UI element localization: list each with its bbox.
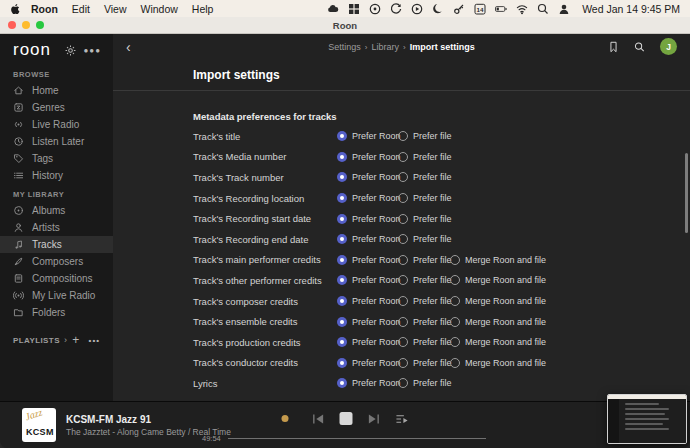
sidebar-item-history[interactable]: History: [0, 167, 113, 184]
battery-icon[interactable]: [495, 3, 507, 15]
now-playing-art[interactable]: Jazz KCSM: [22, 408, 56, 442]
radio-option-prefer-file[interactable]: Prefer file: [398, 378, 450, 388]
sidebar-item-genres[interactable]: Genres: [0, 99, 113, 116]
sidebar-item-compositions[interactable]: Compositions: [0, 270, 113, 287]
radio-option-prefer-roon[interactable]: Prefer Roon: [337, 317, 398, 327]
radio-option-prefer-roon[interactable]: Prefer Roon: [337, 152, 398, 162]
radio-option-prefer-roon[interactable]: Prefer Roon: [337, 275, 398, 285]
radio-option-prefer-file[interactable]: Prefer file: [398, 296, 450, 306]
sidebar-item-albums[interactable]: Albums: [0, 202, 113, 219]
sidebar-item-artists[interactable]: Artists: [0, 219, 113, 236]
sidebar-item-home[interactable]: Home: [0, 82, 113, 99]
radio-option-prefer-file[interactable]: Prefer file: [398, 234, 450, 244]
search-icon[interactable]: [634, 41, 645, 53]
previous-track-button[interactable]: [312, 413, 325, 425]
radio-option-prefer-roon[interactable]: Prefer Roon: [337, 234, 398, 244]
menu-item-help[interactable]: Help: [192, 3, 214, 15]
back-button[interactable]: ‹: [126, 40, 131, 54]
radio-option-prefer-file[interactable]: Prefer file: [398, 317, 450, 327]
sidebar-item-listen-later[interactable]: Listen Later: [0, 133, 113, 150]
mini-sidebar: [608, 399, 619, 443]
cloud-icon[interactable]: [327, 3, 339, 15]
playlists-more-icon[interactable]: •••: [89, 336, 100, 345]
scrollbar-thumb[interactable]: [685, 153, 688, 233]
sidebar-item-live-radio[interactable]: Live Radio: [0, 116, 113, 133]
sidebar-item-label: Live Radio: [32, 119, 79, 130]
radio-option-merge-roon-and-file[interactable]: Merge Roon and file: [450, 255, 546, 265]
radio-selected-icon: [337, 296, 347, 306]
screenshot-preview-thumbnail[interactable]: [607, 394, 687, 444]
radio-option-label: Prefer Roon: [352, 378, 401, 388]
radio-option-label: Prefer file: [413, 358, 452, 368]
menu-item-view[interactable]: View: [104, 3, 127, 15]
user-icon[interactable]: [558, 3, 570, 15]
radio-unselected-icon: [398, 358, 408, 368]
sidebar-item-tracks[interactable]: Tracks: [0, 236, 113, 253]
radio-option-prefer-file[interactable]: Prefer file: [398, 131, 450, 141]
calendar-icon[interactable]: 14: [474, 3, 486, 15]
radio-option-prefer-file[interactable]: Prefer file: [398, 337, 450, 347]
sidebar-item-my-live-radio[interactable]: My Live Radio: [0, 287, 113, 304]
queue-icon[interactable]: [396, 413, 409, 425]
radio-unselected-icon: [450, 275, 460, 285]
play-circle-icon[interactable]: [411, 3, 423, 15]
macos-menu-bar: RoonEditViewWindowHelp 14 Wed Jan 14 9:4…: [0, 0, 690, 17]
window-title-bar[interactable]: Roon: [0, 17, 690, 34]
radio-option-prefer-roon[interactable]: Prefer Roon: [337, 193, 398, 203]
radio-option-prefer-roon[interactable]: Prefer Roon: [337, 358, 398, 368]
settings-gear-icon[interactable]: [65, 45, 76, 56]
radio-option-merge-roon-and-file[interactable]: Merge Roon and file: [450, 275, 546, 285]
radio-option-prefer-file[interactable]: Prefer file: [398, 172, 450, 182]
zoom-window-button[interactable]: [36, 21, 44, 29]
radio-option-label: Prefer file: [413, 296, 452, 306]
next-track-button[interactable]: [368, 413, 381, 425]
radio-option-prefer-roon[interactable]: Prefer Roon: [337, 214, 398, 224]
radio-selected-icon: [337, 358, 347, 368]
radio-option-merge-roon-and-file[interactable]: Merge Roon and file: [450, 358, 546, 368]
progress-area: 49:54: [202, 434, 486, 443]
radio-option-prefer-roon[interactable]: Prefer Roon: [337, 337, 398, 347]
radio-option-prefer-roon[interactable]: Prefer Roon: [337, 378, 398, 388]
menu-item-window[interactable]: Window: [141, 3, 178, 15]
radio-option-prefer-roon[interactable]: Prefer Roon: [337, 172, 398, 182]
apple-menu-icon[interactable]: [10, 2, 20, 15]
radio-option-prefer-file[interactable]: Prefer file: [398, 152, 450, 162]
radio-option-merge-roon-and-file[interactable]: Merge Roon and file: [450, 317, 546, 327]
radio-option-prefer-file[interactable]: Prefer file: [398, 358, 450, 368]
breadcrumb-library[interactable]: Library: [372, 42, 400, 52]
radio-option-prefer-file[interactable]: Prefer file: [398, 255, 450, 265]
menu-item-roon[interactable]: Roon: [31, 3, 58, 15]
radio-option-merge-roon-and-file[interactable]: Merge Roon and file: [450, 337, 546, 347]
key-icon[interactable]: [453, 3, 465, 15]
bookmark-icon[interactable]: [608, 41, 619, 53]
search-icon[interactable]: [537, 3, 549, 15]
progress-bar[interactable]: [228, 438, 486, 439]
more-options-icon[interactable]: ●●●: [84, 46, 102, 55]
stop-button[interactable]: [340, 412, 353, 425]
sidebar-item-composers[interactable]: Composers: [0, 253, 113, 270]
sidebar-playlists-row[interactable]: PLAYLISTS › + •••: [0, 333, 113, 347]
radio-option-merge-roon-and-file[interactable]: Merge Roon and file: [450, 296, 546, 306]
radio-option-prefer-file[interactable]: Prefer file: [398, 275, 450, 285]
wifi-icon[interactable]: [516, 3, 528, 15]
close-window-button[interactable]: [8, 21, 16, 29]
moon-icon[interactable]: [432, 3, 444, 15]
menu-bar-clock[interactable]: Wed Jan 14 9:45 PM: [582, 3, 680, 15]
grid-icon[interactable]: [348, 3, 360, 15]
menu-item-edit[interactable]: Edit: [72, 3, 90, 15]
radio-option-prefer-roon[interactable]: Prefer Roon: [337, 131, 398, 141]
breadcrumb-import-settings[interactable]: Import settings: [410, 42, 475, 52]
settings-rows: Track's titlePrefer RoonPrefer fileTrack…: [113, 126, 690, 394]
sync-circle-icon[interactable]: [390, 3, 402, 15]
add-playlist-button[interactable]: +: [72, 333, 79, 347]
radio-option-prefer-roon[interactable]: Prefer Roon: [337, 296, 398, 306]
radio-option-prefer-file[interactable]: Prefer file: [398, 193, 450, 203]
radio-option-prefer-roon[interactable]: Prefer Roon: [337, 255, 398, 265]
sidebar-item-tags[interactable]: Tags: [0, 150, 113, 167]
radio-option-prefer-file[interactable]: Prefer file: [398, 214, 450, 224]
circle-dot-icon[interactable]: [369, 3, 381, 15]
breadcrumb-settings[interactable]: Settings: [328, 42, 361, 52]
sidebar-item-folders[interactable]: Folders: [0, 304, 113, 321]
minimize-window-button[interactable]: [22, 21, 30, 29]
user-avatar[interactable]: J: [660, 38, 677, 55]
